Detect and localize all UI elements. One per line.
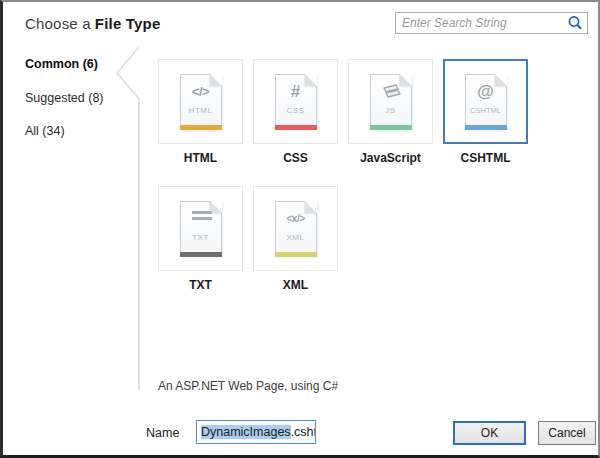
ok-button[interactable]: OK: [453, 421, 526, 445]
tile-label-cshtml: CSHTML: [443, 151, 528, 165]
at-sign-icon: @: [466, 81, 506, 103]
file-type-tile-xml[interactable]: <x/> XML: [253, 186, 338, 271]
code-tag-icon: </>: [181, 81, 221, 103]
file-type-tile-html[interactable]: </> HTML: [158, 59, 243, 144]
color-stripe: [180, 252, 222, 257]
cancel-button[interactable]: Cancel: [538, 421, 596, 445]
sidebar-item-all[interactable]: All (34): [25, 124, 65, 138]
file-ext-text: TXT: [181, 233, 221, 242]
xml-file-icon: <x/> XML: [275, 201, 317, 257]
file-type-tile-javascript[interactable]: JS: [348, 59, 433, 144]
tile-label-css: CSS: [253, 151, 338, 165]
hash-icon: #: [276, 81, 316, 103]
search-box: [395, 12, 588, 34]
css-file-icon: # CSS: [275, 74, 317, 130]
search-input[interactable]: [396, 14, 565, 32]
txt-file-icon: TXT: [180, 201, 222, 257]
tile-label-xml: XML: [253, 278, 338, 292]
dialog-title: Choose aFile Type: [25, 15, 161, 32]
file-ext-text: JS: [371, 106, 411, 115]
color-stripe: [370, 125, 412, 130]
file-type-tile-cshtml[interactable]: @ CSHTML: [443, 59, 528, 144]
color-stripe: [275, 125, 317, 130]
name-value-extension-text: .cshtml: [291, 425, 316, 439]
sidebar-item-common[interactable]: Common (6): [25, 57, 98, 71]
file-type-description: An ASP.NET Web Page, using C#: [158, 379, 338, 393]
file-type-tile-css[interactable]: # CSS: [253, 59, 338, 144]
dialog-title-regular: Choose a: [25, 15, 91, 32]
script-stack-icon: [371, 81, 411, 103]
file-ext-text: XML: [276, 233, 316, 242]
file-type-tile-txt[interactable]: TXT: [158, 186, 243, 271]
color-stripe: [465, 125, 507, 130]
cshtml-file-icon: @ CSHTML: [465, 74, 507, 130]
xml-tag-icon: <x/>: [276, 208, 316, 230]
sidebar-item-suggested[interactable]: Suggested (8): [25, 91, 104, 105]
search-icon[interactable]: [565, 14, 585, 32]
file-ext-text: CSS: [276, 106, 316, 115]
file-ext-text: CSHTML: [466, 106, 506, 115]
name-input[interactable]: DynamicImages.cshtml: [196, 420, 316, 444]
color-stripe: [180, 125, 222, 130]
color-stripe: [275, 252, 317, 257]
tile-label-txt: TXT: [158, 278, 243, 292]
html-file-icon: </> HTML: [180, 74, 222, 130]
name-value-selected-text: DynamicImages: [201, 425, 291, 439]
choose-file-type-dialog: Choose aFile Type Common (6) Suggested (…: [0, 0, 600, 458]
javascript-file-icon: JS: [370, 74, 412, 130]
name-label: Name: [146, 426, 179, 440]
dialog-title-bold: File Type: [95, 15, 161, 32]
category-divider: [103, 42, 148, 394]
tile-label-javascript: JavaScript: [348, 151, 433, 165]
text-lines-icon: [192, 211, 212, 223]
file-ext-text: HTML: [181, 106, 221, 115]
tile-label-html: HTML: [158, 151, 243, 165]
